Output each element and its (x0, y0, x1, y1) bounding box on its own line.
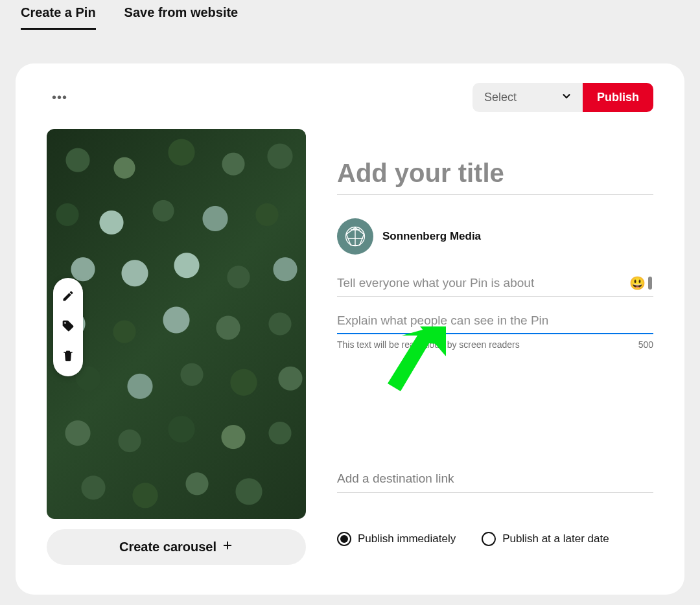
more-options-button[interactable]: ••• (48, 86, 71, 109)
create-carousel-button[interactable]: Create carousel (47, 529, 306, 565)
pencil-icon (62, 293, 75, 304)
plus-icon (222, 540, 233, 554)
radio-icon (337, 532, 351, 546)
alt-text-input[interactable] (337, 314, 653, 334)
tab-create-pin[interactable]: Create a Pin (21, 5, 96, 30)
smiley-icon: 😃 (629, 275, 646, 291)
pin-image-preview[interactable] (47, 129, 306, 519)
tab-save-from-website[interactable]: Save from website (124, 5, 239, 30)
radio-label: Publish immediately (358, 532, 456, 545)
publish-button[interactable]: Publish (583, 83, 653, 112)
card-top-row: ••• Select Publish (47, 83, 653, 112)
title-input[interactable] (337, 156, 653, 195)
image-column: Create carousel (47, 129, 306, 565)
description-input[interactable] (337, 276, 624, 290)
ellipsis-icon: ••• (52, 90, 67, 104)
svg-marker-4 (388, 326, 446, 391)
paperclip-icon (647, 276, 653, 290)
board-select-label: Select (484, 91, 517, 104)
globe-icon (344, 225, 366, 247)
alt-text-counter: 500 (638, 339, 653, 350)
top-tabs: Create a Pin Save from website (0, 0, 700, 30)
svg-rect-3 (648, 277, 652, 290)
image-tools-panel (53, 278, 83, 376)
radio-icon (482, 532, 496, 546)
card-body: Create carousel Sonnenberg Media (47, 129, 653, 565)
form-column: Sonnenberg Media 😃 This text will be rea… (337, 129, 653, 546)
radio-label: Publish at a later date (502, 532, 609, 545)
top-actions: Select Publish (472, 83, 653, 112)
schedule-radio-group: Publish immediately Publish at a later d… (337, 532, 653, 546)
author-name: Sonnenberg Media (382, 230, 481, 243)
tag-image-button[interactable] (62, 319, 75, 335)
radio-publish-immediately[interactable]: Publish immediately (337, 532, 456, 546)
destination-link-input[interactable] (337, 472, 653, 493)
author-row: Sonnenberg Media (337, 218, 653, 255)
pin-editor-card: ••• Select Publish (16, 63, 684, 595)
alt-text-hint: This text will be read aloud by screen r… (337, 339, 520, 350)
avatar[interactable] (337, 218, 373, 255)
tag-icon (62, 323, 75, 334)
board-select-dropdown[interactable]: Select (472, 83, 583, 112)
radio-publish-later[interactable]: Publish at a later date (482, 532, 609, 546)
chevron-down-icon (561, 90, 572, 105)
alt-text-meta: This text will be read aloud by screen r… (337, 339, 653, 350)
edit-image-button[interactable] (62, 290, 75, 305)
delete-image-button[interactable] (62, 349, 75, 365)
trash-icon (62, 353, 75, 364)
description-row: 😃 (337, 275, 653, 297)
emoji-attach-group[interactable]: 😃 (629, 275, 653, 291)
create-carousel-label: Create carousel (119, 540, 216, 554)
